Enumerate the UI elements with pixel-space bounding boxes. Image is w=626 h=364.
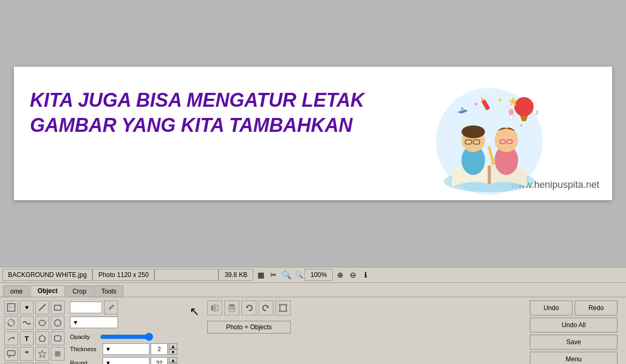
round-input[interactable]: 32 (151, 357, 168, 364)
main-toolbar: ♥ T (0, 297, 626, 364)
canvas-area: KITA JUGA BISA MENGATUR LETAK GAMBAR YAN… (0, 0, 626, 267)
tool-star[interactable] (35, 347, 49, 361)
cursor-area: ↖ (184, 300, 205, 319)
round-spinner: ▲ ▼ (169, 357, 177, 364)
status-zoom-icons: ⊕ ⊖ ℹ (335, 270, 371, 280)
zoom-in-icon[interactable]: 🔍 (281, 270, 292, 280)
rotate-right-icon[interactable] (259, 300, 273, 315)
tool-pentagon[interactable] (35, 331, 49, 345)
tab-object[interactable]: Object (30, 285, 64, 297)
object-tools: Photo + Objects (207, 300, 291, 334)
tool-circle[interactable] (51, 316, 65, 330)
undo-all-button[interactable]: Undo All (530, 318, 617, 333)
tool-roundrect[interactable] (51, 331, 65, 345)
tool-color-wheel[interactable] (4, 316, 18, 330)
thickness-up[interactable]: ▲ (169, 343, 177, 349)
tool-oval[interactable] (35, 316, 49, 330)
color-controls: ▼ (70, 316, 177, 328)
svg-rect-42 (216, 305, 218, 311)
zoom-out3-icon[interactable]: ⊖ (348, 270, 358, 280)
status-filesize: 39.8 KB (218, 269, 253, 281)
svg-rect-27 (54, 305, 61, 310)
svg-point-5 (461, 125, 485, 138)
transform-icon[interactable] (276, 300, 291, 315)
round-control: ▼ 32 ▲ ▼ (103, 357, 177, 364)
canvas-text: KITA JUGA BISA MENGATUR LETAK GAMBAR YAN… (30, 88, 364, 138)
round-select[interactable]: ▼ (103, 357, 150, 364)
fill-color-select[interactable]: ▼ (70, 316, 118, 328)
svg-point-25 (9, 305, 11, 307)
flip-v-icon[interactable] (224, 300, 239, 315)
tabs-row: ome Object Crop Tools (0, 283, 626, 297)
tool-speech[interactable] (4, 347, 18, 361)
canvas-illustration: ♪ (431, 72, 548, 195)
svg-rect-45 (229, 309, 234, 312)
svg-rect-53 (285, 310, 287, 312)
status-icons: ▦ ✂ 🔍 🔍 (255, 270, 304, 280)
object-tools-row1 (207, 300, 291, 315)
color-section: ▼ Opacity Thickness ▼ 2 ▲ ▼ (70, 300, 177, 364)
redo-button[interactable]: Redo (575, 300, 617, 315)
tool-squarethick[interactable] (51, 347, 65, 361)
thickness-control: ▼ 2 ▲ ▼ (103, 343, 177, 355)
tool-line[interactable] (35, 300, 49, 314)
thickness-label: Thickness (70, 346, 99, 352)
round-row: Round ▼ 32 ▲ ▼ (70, 357, 177, 364)
thickness-down[interactable]: ▼ (169, 349, 177, 355)
tool-text[interactable]: T (20, 331, 34, 345)
tool-arrow-curve[interactable] (4, 331, 18, 345)
undo-redo-row: Undo Redo (530, 300, 617, 315)
status-zoom: 100% (304, 269, 333, 281)
svg-rect-51 (285, 304, 287, 306)
fill-color-swatch[interactable] (70, 302, 102, 313)
tool-wiggle[interactable] (20, 316, 34, 330)
svg-line-40 (114, 305, 114, 306)
svg-point-22 (520, 124, 522, 126)
svg-rect-2 (488, 165, 491, 184)
tool-image[interactable] (4, 300, 18, 314)
tab-tools[interactable]: Tools (95, 286, 123, 297)
svg-rect-41 (211, 305, 214, 311)
zoom-in2-icon[interactable]: ⊕ (335, 270, 346, 280)
crop-icon[interactable]: ✂ (268, 270, 279, 280)
toolbar-area: ome Object Crop Tools ♥ (0, 283, 626, 364)
svg-rect-33 (54, 336, 61, 341)
opacity-label: Opacity (70, 334, 97, 340)
svg-marker-35 (38, 350, 46, 358)
undo-button[interactable]: Undo (530, 300, 573, 315)
opacity-slider[interactable] (100, 333, 153, 341)
info-icon[interactable]: ℹ (361, 270, 371, 280)
thickness-input[interactable]: 2 (151, 343, 168, 355)
round-up[interactable]: ▲ (169, 357, 177, 363)
svg-rect-44 (229, 304, 234, 307)
flip-h-icon[interactable] (207, 300, 222, 315)
svg-text:♪: ♪ (535, 107, 539, 116)
tool-rect[interactable] (51, 300, 65, 314)
left-tools: ♥ T (4, 300, 66, 364)
zoom-out2-icon[interactable]: 🔍 (294, 270, 304, 280)
right-buttons: Undo Redo Undo All Save Menu (530, 300, 622, 364)
tab-crop[interactable]: Crop (66, 286, 93, 297)
menu-button[interactable]: Menu (530, 352, 617, 364)
svg-point-23 (475, 103, 478, 106)
status-filename: BACKGROUND WHITE.jpg (2, 269, 92, 281)
svg-point-29 (39, 320, 45, 326)
svg-rect-34 (7, 351, 15, 355)
svg-point-21 (498, 98, 502, 101)
tab-home[interactable]: ome (3, 286, 29, 297)
photo-objects-button[interactable]: Photo + Objects (207, 321, 291, 334)
save-button[interactable]: Save (530, 335, 617, 350)
eyedropper-button[interactable] (104, 300, 118, 314)
tool-quote[interactable]: " (20, 347, 34, 361)
thickness-select[interactable]: ▼ (103, 343, 150, 355)
checkerboard-icon[interactable]: ▦ (255, 270, 266, 280)
fill-color-row (70, 300, 177, 314)
svg-line-26 (39, 304, 45, 311)
tool-heart[interactable]: ♥ (20, 300, 34, 314)
opacity-row: Opacity (70, 333, 177, 341)
rotate-left-icon[interactable] (241, 300, 256, 315)
canvas-content: KITA JUGA BISA MENGATUR LETAK GAMBAR YAN… (14, 67, 612, 200)
cursor-tool[interactable]: ↖ (190, 305, 199, 319)
svg-marker-32 (39, 335, 45, 342)
status-bar: BACKGROUND WHITE.jpg Photo 1120 x 250 39… (0, 267, 626, 283)
